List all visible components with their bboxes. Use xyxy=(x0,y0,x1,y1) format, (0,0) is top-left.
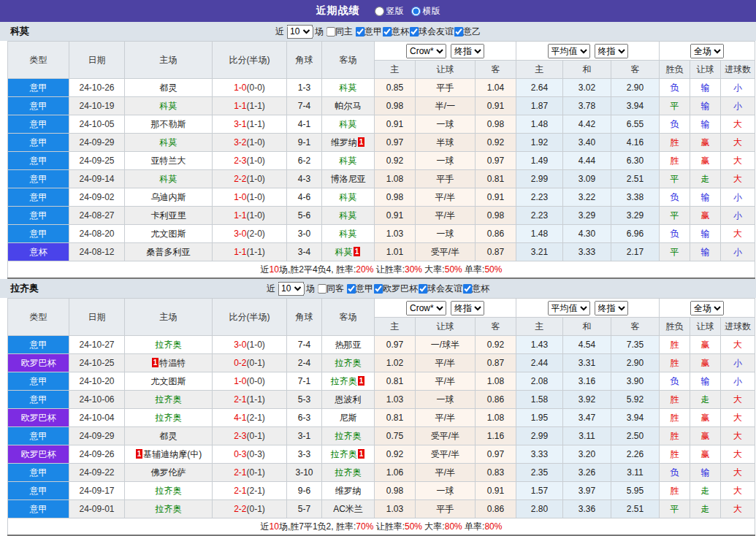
same-venue-checkbox[interactable] xyxy=(317,284,327,294)
league-checkbox[interactable] xyxy=(355,27,364,37)
layout-option-horizontal[interactable]: 横版 xyxy=(411,5,440,18)
avg-away-cell: 2.90 xyxy=(611,79,660,97)
result-goals-cell: 大 xyxy=(721,115,755,134)
col-header-odds-handicap: 让球 xyxy=(416,318,476,336)
away-team-cell: 拉齐奥 xyxy=(322,354,375,372)
league-checkbox[interactable] xyxy=(382,27,392,37)
league-badge: 意甲 xyxy=(8,500,69,518)
league-filter[interactable]: 意杯 xyxy=(382,26,409,38)
odds-handicap-cell: 平/半 xyxy=(416,372,476,391)
odds-home-cell: 0.92 xyxy=(375,152,416,170)
league-badge: 欧罗巴杯 xyxy=(8,445,69,464)
same-venue-checkbox[interactable] xyxy=(326,27,335,37)
score-cell: 3-0(1-0) xyxy=(213,336,287,354)
summary-part: 70% xyxy=(356,521,373,532)
corner-score-cell: 6-3 xyxy=(287,409,322,427)
avg-draw-cell: 3.36 xyxy=(563,500,611,518)
odds-handicap-cell: 受平/半 xyxy=(416,445,476,464)
result-handicap-cell: 走 xyxy=(690,391,721,409)
fulltime-score: 3-0 xyxy=(234,229,246,239)
match-row: 意甲24-10-05那不勒斯3-1(1-1)4-1科莫0.91一球0.981.4… xyxy=(8,115,755,134)
halftime-score: (0-1) xyxy=(247,431,265,441)
away-team-cell: 拉齐奥1 xyxy=(322,445,375,464)
home-team-cell: 科莫 xyxy=(125,134,213,152)
league-checkbox[interactable] xyxy=(346,284,356,294)
home-team-cell: 佛罗伦萨 xyxy=(125,464,213,482)
vertical-layout-radio[interactable] xyxy=(375,7,384,16)
league-filter[interactable]: 意甲 xyxy=(355,26,382,38)
home-team-cell: 1基辅迪纳摩(中) xyxy=(125,445,213,464)
match-rows: 意甲24-10-26都灵1-0(0-0)1-3科莫0.85平手1.042.643… xyxy=(8,79,755,261)
page-title: 近期战绩 xyxy=(316,4,360,18)
home-team-name: 都灵 xyxy=(160,431,177,441)
result-handicap-cell: 赢 xyxy=(690,354,721,372)
league-badge: 意杯 xyxy=(8,243,69,261)
league-checkbox[interactable] xyxy=(373,284,383,294)
corner-score-cell: 7-4 xyxy=(287,97,322,115)
fulltime-select[interactable]: 全场 xyxy=(690,44,724,58)
match-date: 24-10-05 xyxy=(69,115,125,134)
odds-handicap-cell: 受平/半 xyxy=(416,427,476,445)
corner-score-cell: 5-7 xyxy=(287,500,322,518)
halftime-score: (2-0) xyxy=(247,229,265,239)
odds-away-cell: 0.81 xyxy=(476,170,516,188)
avg-time-select[interactable]: 终指 xyxy=(595,301,628,315)
league-checkbox[interactable] xyxy=(462,284,472,294)
horizontal-layout-radio[interactable] xyxy=(411,7,421,16)
match-date: 24-10-06 xyxy=(69,391,125,409)
league-filter[interactable]: 意乙 xyxy=(454,26,481,38)
summary-part: 场,胜2平4负4, 胜率: xyxy=(279,264,356,275)
match-date: 24-09-14 xyxy=(69,170,125,188)
summary-row: 近10场,胜7平1负2, 胜率:70% 让胜率:50% 大率:80% 单率:80… xyxy=(8,518,755,536)
odds-handicap-cell: 平手 xyxy=(416,170,476,188)
league-checkbox[interactable] xyxy=(418,284,427,294)
league-filter[interactable]: 意甲 xyxy=(346,283,373,295)
league-checkbox[interactable] xyxy=(454,27,463,37)
match-row: 意甲24-09-14科莫2-2(1-0)4-3博洛尼亚1.08平手0.812.9… xyxy=(8,170,755,188)
summary-cell: 近10场,胜2平4负4, 胜率:20% 让胜率:30% 大率:50% 单率:50… xyxy=(8,261,755,279)
score-cell: 3-2(1-0) xyxy=(213,134,287,152)
layout-option-vertical[interactable]: 竖版 xyxy=(375,5,404,18)
avg-time-select[interactable]: 终指 xyxy=(595,44,628,58)
away-team-cell: 尼斯 xyxy=(322,409,375,427)
score-cell: 2-1(1-1) xyxy=(213,391,287,409)
odds-time-select[interactable]: 终指 xyxy=(451,301,484,315)
avg-type-select[interactable]: 平均值 xyxy=(548,44,590,58)
same-venue-filter[interactable]: 同客 xyxy=(317,283,344,295)
avg-home-cell: 1.87 xyxy=(516,97,563,115)
league-filter[interactable]: 球会友谊 xyxy=(409,26,454,38)
league-filter[interactable]: 球会友谊 xyxy=(418,283,462,295)
league-filter[interactable]: 欧罗巴杯 xyxy=(373,283,418,295)
result-handicap-cell: 输 xyxy=(690,115,721,134)
match-row: 意甲24-10-19科莫1-1(1-1)7-4帕尔马0.98半/一0.911.8… xyxy=(8,97,755,115)
result-handicap-cell: 输 xyxy=(690,243,721,261)
score-cell: 2-1(2-1) xyxy=(213,482,287,500)
home-team-cell: 乌迪内斯 xyxy=(125,188,213,207)
league-filter[interactable]: 意杯 xyxy=(462,283,489,295)
same-venue-filter[interactable]: 同主 xyxy=(326,26,353,38)
home-team-cell: 拉齐奥 xyxy=(125,391,213,409)
away-team-name: 维罗纳 xyxy=(331,137,357,148)
halftime-score: (1-0) xyxy=(247,192,265,202)
odds-handicap-cell: 平/半 xyxy=(416,409,476,427)
fulltime-select[interactable]: 全场 xyxy=(690,301,724,315)
avg-type-select[interactable]: 平均值 xyxy=(548,301,590,315)
avg-away-cell: 6.96 xyxy=(611,225,660,243)
match-count-select[interactable]: 10 xyxy=(286,25,313,39)
league-checkbox[interactable] xyxy=(409,27,419,37)
league-badge: 意甲 xyxy=(8,134,69,152)
avg-draw-cell: 3.22 xyxy=(563,188,611,207)
odds-away-cell: 0.91 xyxy=(476,482,516,500)
odds-company-select[interactable]: Crow* xyxy=(406,44,446,58)
odds-away-cell: 1.16 xyxy=(476,427,516,445)
result-outcome-cell: 胜 xyxy=(660,336,690,354)
league-checkbox-label: 球会友谊 xyxy=(427,283,462,295)
odds-away-cell: 0.86 xyxy=(476,225,516,243)
odds-company-select[interactable]: Crow* xyxy=(406,301,446,315)
score-cell: 1-0(1-0) xyxy=(213,188,287,207)
fulltime-score: 1-1 xyxy=(234,247,246,257)
avg-draw-cell: 3.92 xyxy=(563,391,611,409)
odds-home-cell: 0.92 xyxy=(375,445,416,464)
odds-time-select[interactable]: 终指 xyxy=(451,44,484,58)
match-count-select[interactable]: 10 xyxy=(278,282,304,296)
